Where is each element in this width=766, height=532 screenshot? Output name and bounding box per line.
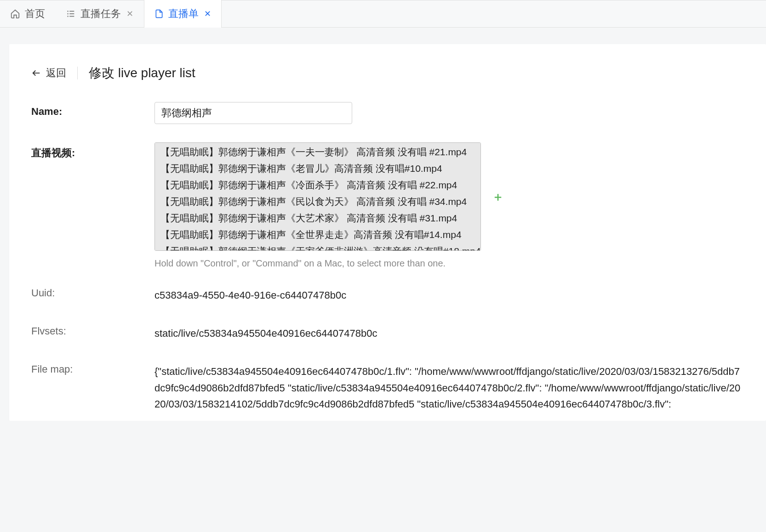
add-icon[interactable]: ＋ [488,185,508,209]
page-title: 修改 live player list [89,64,195,82]
video-option[interactable]: 【无唱助眠】郭德纲于谦相声《全世界走走》高清音频 没有唱#14.mp4 [155,226,480,243]
video-option[interactable]: 【无唱助眠】郭德纲于谦相声《一夫一妻制》 高清音频 没有唱 #21.mp4 [155,144,480,160]
close-icon[interactable]: ✕ [204,9,211,19]
uuid-label: Uuid: [31,287,154,299]
list-icon [66,9,76,19]
tab-tasks[interactable]: 直播任务 ✕ [56,0,144,27]
svg-point-3 [68,11,68,11]
main-card: 返回 修改 live player list Name: 直播视频: 【无唱助眠… [9,44,766,421]
flvsets-value: static/live/c53834a945504e40916ec6440747… [154,325,744,341]
name-label: Name: [31,102,154,118]
close-icon[interactable]: ✕ [126,9,133,19]
back-button[interactable]: 返回 [31,66,66,80]
svg-point-4 [68,14,68,14]
home-icon [10,9,20,19]
tab-home-label: 首页 [25,7,45,21]
flvsets-label: Flvsets: [31,325,154,337]
back-label: 返回 [46,66,66,80]
tab-tasks-label: 直播任务 [80,7,121,21]
tab-playlist-label: 直播单 [168,7,199,21]
video-multiselect[interactable]: 【无唱助眠】郭德纲于谦相声《一夫一妻制》 高清音频 没有唱 #21.mp4【无唱… [154,142,481,251]
video-label: 直播视频: [31,142,154,160]
file-icon [154,9,164,18]
video-option[interactable]: 【无唱助眠】郭德纲于谦相声《大艺术家》 高清音频 没有唱 #31.mp4 [155,210,480,226]
top-tabs: 首页 直播任务 ✕ 直播单 ✕ [0,0,766,28]
name-input[interactable] [154,102,352,124]
video-option[interactable]: 【无唱助眠】郭德纲于谦相声《冷面杀手》 高清音频 没有唱 #22.mp4 [155,177,480,193]
filemap-value: {"static/live/c53834a945504e40916ec64407… [154,363,744,412]
video-option[interactable]: 【无唱助眠】郭德纲于谦相声《民以食为天》 高清音频 没有唱 #34.mp4 [155,193,480,210]
video-option[interactable]: 【无唱助眠】郭德纲于谦相声《于家爷俩非洲游》高清音频 没有唱#18.mp4 [155,243,480,251]
svg-point-5 [68,16,68,17]
help-text: Hold down "Control", or "Command" on a M… [154,258,744,269]
filemap-label: File map: [31,363,154,375]
tab-home[interactable]: 首页 [0,0,56,27]
uuid-value: c53834a9-4550-4e40-916e-c64407478b0c [154,287,744,303]
divider [77,67,78,79]
video-option[interactable]: 【无唱助眠】郭德纲于谦相声《老冒儿》高清音频 没有唱#10.mp4 [155,160,480,177]
tab-playlist[interactable]: 直播单 ✕ [144,0,222,28]
